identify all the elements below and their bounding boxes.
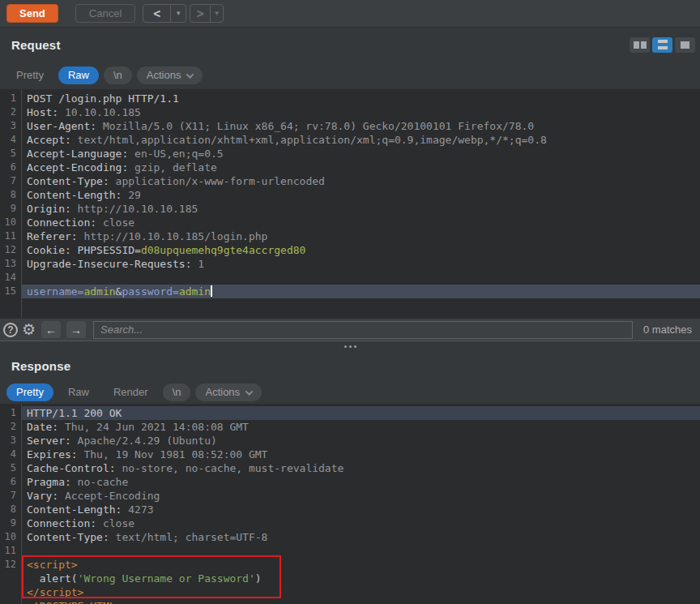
request-editor[interactable]: 1POST /login.php HTTP/1.12Host: 10.10.10… (0, 89, 700, 319)
code-line[interactable]: 1POST /login.php HTTP/1.1 (0, 92, 700, 105)
line-number: 1 (0, 406, 21, 420)
code-line[interactable]: 6Pragma: no-cache (0, 475, 700, 489)
code-line[interactable]: 13Upgrade-Insecure-Requests: 1 (0, 257, 700, 271)
line-number: 14 (0, 271, 21, 285)
code-line[interactable]: 4Accept: text/html,application/xhtml+xml… (0, 133, 700, 147)
code-text[interactable]: Server: Apache/2.4.29 (Ubuntu) (21, 434, 700, 448)
code-text[interactable]: Cookie: PHPSESSID=d08upquemehq9gte4accrg… (21, 243, 700, 257)
search-match-count: 0 matches (637, 323, 694, 336)
code-line[interactable]: 2Host: 10.10.10.185 (0, 105, 700, 119)
code-line[interactable]: 8Content-Length: 29 (0, 188, 700, 202)
code-text[interactable]: User-Agent: Mozilla/5.0 (X11; Linux x86_… (21, 119, 700, 133)
response-actions-menu[interactable]: Actions (195, 383, 262, 401)
code-line[interactable]: 7Content-Type: application/x-www-form-ur… (0, 174, 700, 188)
code-line[interactable]: 12Cookie: PHPSESSID=d08upquemehq9gte4acc… (0, 243, 700, 257)
gear-icon[interactable]: ⚙ (22, 323, 36, 337)
line-number: 9 (0, 202, 21, 216)
code-line[interactable]: 11Referer: http://10.10.10.185/login.php (0, 229, 700, 243)
back-dropdown-icon[interactable]: ▼ (170, 5, 186, 22)
code-text[interactable]: Pragma: no-cache (21, 475, 700, 489)
response-view-tabs: Pretty Raw Render \n Actions (0, 381, 700, 404)
code-line[interactable]: 1HTTP/1.1 200 OK (0, 406, 700, 420)
code-text[interactable]: Host: 10.10.10.185 (21, 105, 700, 119)
layout-columns-icon[interactable] (630, 37, 650, 53)
line-number: 6 (0, 475, 21, 489)
code-text[interactable]: <!DOCTYPE HTML> (21, 599, 700, 604)
line-number: 10 (0, 216, 21, 229)
tab-response-raw[interactable]: Raw (58, 383, 99, 401)
code-text[interactable]: Accept-Language: en-US,en;q=0.5 (21, 147, 700, 161)
line-number: 3 (0, 434, 21, 448)
code-text[interactable]: Content-Length: 4273 (21, 503, 700, 516)
code-line[interactable]: 3User-Agent: Mozilla/5.0 (X11; Linux x86… (0, 119, 700, 133)
cancel-button[interactable]: Cancel (75, 4, 135, 23)
code-line[interactable]: 6Accept-Encoding: gzip, deflate (0, 161, 700, 174)
code-line[interactable]: 10Content-Type: text/html; charset=UTF-8 (0, 530, 700, 544)
code-text[interactable]: Upgrade-Insecure-Requests: 1 (21, 257, 700, 271)
tab-response-render[interactable]: Render (104, 383, 158, 401)
code-text[interactable]: Origin: http://10.10.10.185 (21, 202, 700, 216)
history-back-button-group: < ▼ (143, 4, 186, 23)
search-next-icon[interactable]: → (66, 321, 86, 338)
tab-request-newline[interactable]: \n (104, 66, 132, 84)
search-input[interactable] (93, 321, 633, 339)
code-text[interactable]: Vary: Accept-Encoding (21, 489, 700, 503)
code-line[interactable]: 2Date: Thu, 24 Jun 2021 14:08:08 GMT (0, 420, 700, 434)
line-number (0, 599, 21, 604)
code-text[interactable]: Cache-Control: no-store, no-cache, must-… (21, 461, 700, 475)
tab-request-raw[interactable]: Raw (58, 66, 99, 84)
code-text[interactable]: Connection: close (21, 216, 700, 229)
code-text[interactable]: Accept-Encoding: gzip, deflate (21, 161, 700, 174)
request-actions-menu[interactable]: Actions (137, 66, 203, 84)
code-text[interactable]: Connection: close (21, 516, 700, 530)
code-text[interactable]: POST /login.php HTTP/1.1 (21, 92, 700, 105)
code-line[interactable]: 10Connection: close (0, 216, 700, 229)
code-text[interactable]: Content-Length: 29 (21, 188, 700, 202)
code-line[interactable]: 5Accept-Language: en-US,en;q=0.5 (0, 147, 700, 161)
line-number: 3 (0, 119, 21, 133)
forward-chevron-icon[interactable]: > (190, 5, 210, 22)
layout-single-icon[interactable] (675, 37, 695, 53)
history-forward-button-group: > ▼ (190, 4, 224, 23)
code-line[interactable]: 8Content-Length: 4273 (0, 503, 700, 516)
line-number: 7 (0, 489, 21, 503)
request-actions-label: Actions (147, 66, 181, 84)
tab-response-pretty[interactable]: Pretty (6, 383, 53, 401)
panel-splitter-handle[interactable] (0, 341, 700, 351)
code-line[interactable]: 7Vary: Accept-Encoding (0, 489, 700, 503)
code-line[interactable]: 9Connection: close (0, 516, 700, 530)
layout-rows-icon[interactable] (652, 37, 672, 53)
search-prev-icon[interactable]: ← (41, 321, 61, 338)
line-number: 11 (0, 229, 21, 243)
code-text[interactable]: Date: Thu, 24 Jun 2021 14:08:08 GMT (21, 420, 700, 434)
code-text[interactable] (21, 271, 700, 285)
code-line[interactable]: 14 (0, 271, 700, 285)
tab-response-newline[interactable]: \n (163, 383, 191, 401)
code-line[interactable]: 3Server: Apache/2.4.29 (Ubuntu) (0, 434, 700, 448)
view-layout-toggles (630, 37, 695, 53)
line-number: 4 (0, 448, 21, 461)
repeater-toolbar: Send Cancel < ▼ > ▼ (0, 0, 700, 28)
code-line[interactable]: 9Origin: http://10.10.10.185 (0, 202, 700, 216)
code-text[interactable]: Referer: http://10.10.10.185/login.php (21, 229, 700, 243)
code-text[interactable]: Content-Type: text/html; charset=UTF-8 (21, 530, 700, 544)
code-line[interactable]: <!DOCTYPE HTML> (0, 599, 700, 604)
code-text[interactable]: Content-Type: application/x-www-form-url… (21, 174, 700, 188)
line-number: 1 (0, 92, 21, 105)
forward-dropdown-icon[interactable]: ▼ (210, 5, 223, 22)
help-icon[interactable]: ? (3, 323, 18, 337)
send-button[interactable]: Send (6, 4, 58, 23)
code-line[interactable]: 15username=admin&password=admin (0, 285, 700, 298)
code-text[interactable]: Accept: text/html,application/xhtml+xml,… (21, 133, 700, 147)
code-text[interactable]: Expires: Thu, 19 Nov 1981 08:52:00 GMT (21, 448, 700, 461)
code-text[interactable]: username=admin&password=admin (21, 285, 700, 298)
selection-highlight-box (22, 555, 281, 598)
chevron-down-icon (186, 71, 194, 79)
code-line[interactable]: 5Cache-Control: no-store, no-cache, must… (0, 461, 700, 475)
tab-request-pretty[interactable]: Pretty (6, 66, 53, 84)
line-number: 2 (0, 105, 21, 119)
back-chevron-icon[interactable]: < (143, 5, 170, 22)
response-editor[interactable]: 1HTTP/1.1 200 OK2Date: Thu, 24 Jun 2021 … (0, 404, 700, 604)
code-text[interactable]: HTTP/1.1 200 OK (21, 406, 700, 420)
code-line[interactable]: 4Expires: Thu, 19 Nov 1981 08:52:00 GMT (0, 448, 700, 461)
